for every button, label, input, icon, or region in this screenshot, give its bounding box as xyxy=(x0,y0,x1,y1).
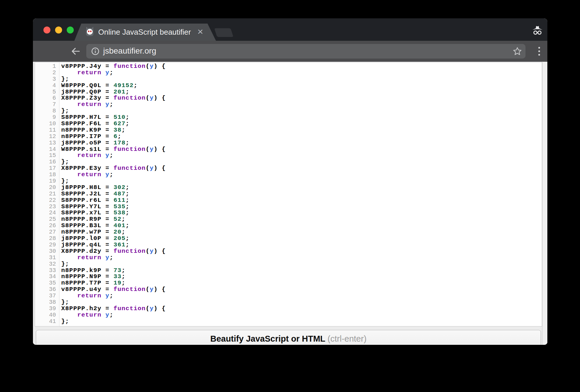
jsbeautifier-favicon-robot-icon xyxy=(85,27,94,37)
code-line: n8PPPP.T7P = 19; xyxy=(61,280,542,286)
line-number: 40 xyxy=(35,312,59,318)
code-line: n8PPPP.I7P = 6; xyxy=(61,133,542,140)
code-line: j8PPPP.H8L = 302; xyxy=(61,184,542,191)
beautify-button-shortcut-hint: (ctrl-enter) xyxy=(328,334,367,343)
line-number: 31 xyxy=(35,255,59,261)
code-line: S8PPPP.J2L = 487; xyxy=(61,191,542,197)
code-line: return y; xyxy=(61,293,542,299)
back-button[interactable] xyxy=(70,46,81,56)
line-number: 2 xyxy=(35,70,59,76)
line-number: 5 xyxy=(35,89,59,95)
tab-bar: Online JavaScript beautifier × xyxy=(33,18,547,41)
code-line: }; xyxy=(61,261,542,267)
code-line: }; xyxy=(61,178,542,184)
line-number: 6 xyxy=(35,95,59,101)
back-arrow-icon xyxy=(72,48,79,54)
code-line: X8PPPP.h2y = function(y) { xyxy=(61,306,542,312)
url-text[interactable]: jsbeautifier.org xyxy=(103,44,156,59)
line-number: 12 xyxy=(35,133,59,140)
code-pane[interactable]: v8PPPP.J4y = function(y) { return y;};W8… xyxy=(59,62,542,326)
browser-tab[interactable]: Online JavaScript beautifier × xyxy=(74,24,216,41)
line-number: 28 xyxy=(35,235,59,242)
window-zoom-button[interactable] xyxy=(67,27,74,33)
line-number: 37 xyxy=(35,293,59,299)
window-minimize-button[interactable] xyxy=(55,27,62,33)
line-number: 26 xyxy=(35,223,59,229)
line-number: 21 xyxy=(35,191,59,197)
line-number: 30 xyxy=(35,248,59,255)
code-line: j8PPPP.o5P = 178; xyxy=(61,140,542,146)
code-line: X8PPPP.E3y = function(y) { xyxy=(61,165,542,172)
line-number-gutter: 1234567891011121314151617181920212223242… xyxy=(35,62,59,326)
url-bar[interactable]: jsbeautifier.org xyxy=(86,44,525,59)
page-info-icon[interactable] xyxy=(91,47,100,56)
line-number: 1 xyxy=(35,63,59,70)
code-line: v8PPPP.J4y = function(y) { xyxy=(61,63,542,70)
line-number: 15 xyxy=(35,152,59,159)
line-number: 34 xyxy=(35,273,59,280)
incognito-icon xyxy=(532,25,543,35)
window-close-button[interactable] xyxy=(43,27,50,33)
code-line: }; xyxy=(61,318,542,325)
code-line: j8PPPP.q4L = 361; xyxy=(61,242,542,248)
code-editor[interactable]: 1234567891011121314151617181920212223242… xyxy=(35,62,542,326)
line-number: 33 xyxy=(35,267,59,274)
line-number: 25 xyxy=(35,216,59,223)
line-number: 24 xyxy=(35,210,59,216)
code-line: n8PPPP.k9P = 73; xyxy=(61,267,542,274)
code-line: W8PPPP.Q0L = 49152; xyxy=(61,82,542,89)
line-number: 22 xyxy=(35,197,59,204)
line-number: 19 xyxy=(35,178,59,184)
code-line: X8PPPP.d2y = function(y) { xyxy=(61,248,542,255)
code-line: S8PPPP.Y7L = 535; xyxy=(61,204,542,210)
line-number: 4 xyxy=(35,82,59,89)
line-number: 9 xyxy=(35,114,59,121)
line-number: 10 xyxy=(35,121,59,127)
line-number: 39 xyxy=(35,306,59,312)
code-line: return y; xyxy=(61,152,542,159)
line-number: 11 xyxy=(35,127,59,133)
line-number: 38 xyxy=(35,299,59,306)
page-scrollbar[interactable] xyxy=(542,62,547,345)
line-number: 27 xyxy=(35,229,59,235)
code-line: }; xyxy=(61,76,542,82)
code-line: S8PPPP.F6L = 627; xyxy=(61,121,542,127)
code-line: n8PPPP.w7P = 20; xyxy=(61,229,542,235)
code-line: S8PPPP.r6L = 611; xyxy=(61,197,542,204)
line-number: 32 xyxy=(35,261,59,267)
line-number: 18 xyxy=(35,172,59,178)
line-number: 20 xyxy=(35,184,59,191)
line-number: 35 xyxy=(35,280,59,286)
line-number: 29 xyxy=(35,242,59,248)
browser-window: Online JavaScript beautifier × xyxy=(33,18,547,345)
beautify-button[interactable]: Beautify JavaScript or HTML (ctrl-enter) xyxy=(36,330,541,345)
line-number: 7 xyxy=(35,101,59,108)
bookmark-star-icon[interactable] xyxy=(513,47,522,56)
line-number: 36 xyxy=(35,286,59,293)
code-line: j8PPPP.Q0P = 201; xyxy=(61,89,542,95)
code-line: S8PPPP.B3L = 401; xyxy=(61,223,542,229)
code-line: v8PPPP.u4y = function(y) { xyxy=(61,286,542,293)
line-number: 3 xyxy=(35,76,59,82)
beautify-button-label: Beautify JavaScript or HTML xyxy=(210,334,325,343)
page-content: 1234567891011121314151617181920212223242… xyxy=(33,62,547,345)
code-line: return y; xyxy=(61,312,542,318)
code-line: return y; xyxy=(61,255,542,261)
code-line: X8PPPP.Z3y = function(y) { xyxy=(61,95,542,101)
code-line: n8PPPP.K9P = 38; xyxy=(61,127,542,133)
line-number: 14 xyxy=(35,146,59,153)
browser-menu-button[interactable] xyxy=(538,47,540,56)
code-line: W8PPPP.s1L = function(y) { xyxy=(61,146,542,153)
line-number: 17 xyxy=(35,165,59,172)
tab-close-icon[interactable]: × xyxy=(197,24,203,41)
line-number: 8 xyxy=(35,108,59,114)
line-number: 16 xyxy=(35,159,59,165)
navigation-toolbar: jsbeautifier.org xyxy=(33,41,547,62)
line-number: 13 xyxy=(35,140,59,146)
code-line: return y; xyxy=(61,101,542,108)
code-line: return y; xyxy=(61,172,542,178)
code-line: n8PPPP.R9P = 52; xyxy=(61,216,542,223)
new-tab-button[interactable] xyxy=(214,28,233,37)
tab-title: Online JavaScript beautifier xyxy=(98,24,191,41)
code-line: }; xyxy=(61,299,542,306)
